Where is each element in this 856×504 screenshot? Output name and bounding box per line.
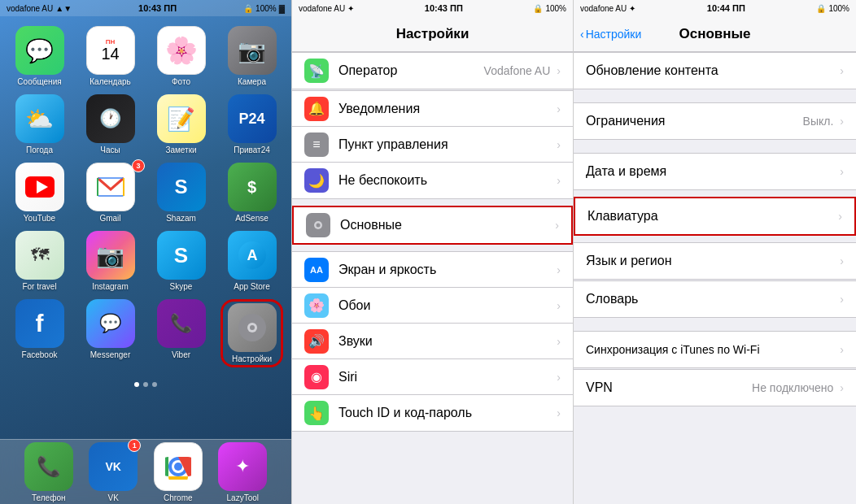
dock-phone[interactable]: 📞 Телефон <box>24 442 73 502</box>
app-privat[interactable]: P24 Приват24 <box>221 94 283 154</box>
settings-row-control[interactable]: ≡ Пункт управления › <box>292 127 573 163</box>
settings-group-1: 🔔 Уведомления › ≡ Пункт управления › 🌙 Н… <box>292 90 573 199</box>
phone2-settings: vodafone AU ✦ 10:43 ПП 🔒 100% Настройки … <box>291 0 574 504</box>
back-button[interactable]: ‹ Настройки <box>580 28 641 41</box>
settings-row-datetime[interactable]: Дата и время › <box>574 154 856 189</box>
settings-row-operator[interactable]: 📡 Оператор Vodafone AU › <box>292 53 573 89</box>
settings-nav-bar: Настройки <box>292 16 573 52</box>
settings-row-content-update[interactable]: Обновление контента › <box>574 53 856 89</box>
app-clock[interactable]: 🕐 Часы <box>79 94 142 154</box>
settings-row-vpn[interactable]: VPN Не подключено › <box>574 370 856 406</box>
settings-title: Настройки <box>396 26 469 42</box>
app-weather[interactable]: ⛅ Погода <box>8 94 71 154</box>
phone3-general: vodafone AU ✦ 10:44 ПП 🔒 100% ‹ Настройк… <box>574 0 856 504</box>
settings-group-2: AA Экран и яркость › 🌸 Обои › 🔊 Звуки › … <box>292 251 573 432</box>
app-shazam[interactable]: S Shazam <box>150 163 212 223</box>
app-viber[interactable]: 📞 Viber <box>150 299 212 367</box>
app-maps[interactable]: 🗺 For travel <box>8 231 71 291</box>
phone1-homescreen: vodafone AU ▲▼ 10:43 ПП 🔒 100% ▓ 💬 Сообщ… <box>0 0 291 504</box>
status-bar-3: vodafone AU ✦ 10:44 ПП 🔒 100% <box>574 0 856 16</box>
app-settings[interactable]: Настройки <box>221 299 283 367</box>
page-dots <box>0 377 291 392</box>
app-camera[interactable]: 📷 Камера <box>221 26 283 86</box>
settings-row-general[interactable]: Основные › <box>294 207 571 243</box>
settings-row-wallpaper[interactable]: 🌸 Обои › <box>292 288 573 324</box>
app-instagram[interactable]: 📷 Instagram <box>79 231 142 291</box>
settings-row-sounds[interactable]: 🔊 Звуки › <box>292 324 573 359</box>
status-battery-1: 🔒 100% ▓ <box>243 4 285 13</box>
app-grid: 💬 Сообщения ПН 14 Календарь 🌸 Фото 📷 Кам… <box>0 16 291 377</box>
settings-row-general-container: Основные › <box>292 206 573 245</box>
app-photos[interactable]: 🌸 Фото <box>150 26 212 86</box>
dock-chrome[interactable]: Chrome <box>154 442 203 502</box>
app-appstore[interactable]: A App Store <box>221 231 283 291</box>
settings-row-language[interactable]: Язык и регион › <box>574 243 856 279</box>
settings-row-display[interactable]: AA Экран и яркость › <box>292 252 573 288</box>
app-skype[interactable]: S Skype <box>150 231 212 291</box>
settings-row-notifications[interactable]: 🔔 Уведомления › <box>292 91 573 127</box>
settings-row-keyboard-container: Клавиатура › <box>574 197 856 236</box>
app-messages[interactable]: 💬 Сообщения <box>8 26 71 86</box>
status-bar-2: vodafone AU ✦ 10:43 ПП 🔒 100% <box>292 0 573 16</box>
settings-row-donotdisturb[interactable]: 🌙 Не беспокоить › <box>292 163 573 198</box>
app-adsense[interactable]: $ AdSense <box>221 163 283 223</box>
dock: 📞 Телефон VK 1 VK Chrome ✦ LazyTool <box>0 439 291 504</box>
settings-row-itunes-wifi[interactable]: Синхронизация с iTunes по Wi-Fi › <box>574 332 856 367</box>
settings-row-touchid[interactable]: 👆 Touch ID и код-пароль › <box>292 395 573 431</box>
general-title: Основные <box>679 26 750 42</box>
general-nav-bar: ‹ Настройки Основные <box>574 16 856 52</box>
app-messenger[interactable]: 💬 Messenger <box>79 299 142 367</box>
app-notes[interactable]: 📝 Заметки <box>150 94 212 154</box>
general-settings-list: Обновление контента › Ограничения Выкл. … <box>574 52 856 406</box>
app-youtube[interactable]: YouTube <box>8 163 71 223</box>
app-gmail[interactable]: 3 Gmail <box>79 163 142 223</box>
status-time-1: 10:43 ПП <box>138 3 177 13</box>
svg-text:A: A <box>247 247 257 263</box>
app-calendar[interactable]: ПН 14 Календарь <box>79 26 142 86</box>
settings-row-dictionary[interactable]: Словарь › <box>574 281 856 317</box>
status-bar-1: vodafone AU ▲▼ 10:43 ПП 🔒 100% ▓ <box>0 0 291 16</box>
settings-row-restrictions[interactable]: Ограничения Выкл. › <box>574 103 856 139</box>
svg-point-13 <box>317 224 321 228</box>
dock-vk[interactable]: VK 1 VK <box>89 442 138 502</box>
dock-lazytool[interactable]: ✦ LazyTool <box>218 442 267 502</box>
settings-row-keyboard[interactable]: Клавиатура › <box>575 198 854 234</box>
settings-row-siri[interactable]: ◉ Siri › <box>292 359 573 395</box>
status-carrier-1: vodafone AU ▲▼ <box>7 4 72 13</box>
svg-point-7 <box>250 325 255 330</box>
svg-point-10 <box>174 463 182 471</box>
settings-list: 📡 Оператор Vodafone AU › 🔔 Уведомления ›… <box>292 52 573 432</box>
app-facebook[interactable]: f Facebook <box>8 299 71 367</box>
